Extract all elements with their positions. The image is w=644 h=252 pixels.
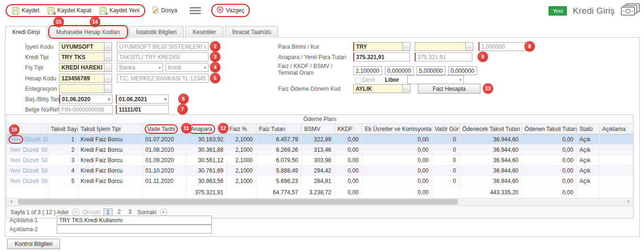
- cell-faiz_tutari: 6.079,50: [256, 155, 301, 165]
- annotation-badge: 14: [90, 17, 100, 27]
- fis-tipi-lookup-button[interactable]: ...: [104, 63, 112, 72]
- cell-faiz_tutari: 6.269,26: [256, 145, 301, 155]
- column-header-statu[interactable]: Statü: [576, 124, 599, 134]
- fis-tipi-label: Fiş Tipi: [25, 64, 43, 71]
- entegrasyon-kodu-input[interactable]: [59, 84, 104, 93]
- tab-istatistik-bilgileri[interactable]: İstatistik Bilgileri: [129, 26, 183, 38]
- row-action-duzelt[interactable]: Düzelt: [23, 167, 39, 174]
- column-header-vade-tarihi[interactable]: Vade Tarihi: [142, 124, 186, 134]
- row-actions-cell: YeniDüzeltSil: [7, 176, 48, 186]
- row-action-duzelt[interactable]: Düzelt: [23, 147, 39, 153]
- entegrasyon-kodu-lookup-button[interactable]: ...: [104, 84, 112, 93]
- cancel-button[interactable]: Vazgeç: [211, 4, 250, 17]
- faiz-hesapla-button[interactable]: Faiz Hesapla: [418, 84, 480, 94]
- kredi-tipi-lookup-button[interactable]: ...: [104, 52, 112, 61]
- table-row[interactable]: YeniDüzeltSil1Kredi Faiz Borcu01.07.2020…: [7, 134, 633, 145]
- baslangic-tarihi-input[interactable]: 01.06.2020▾: [59, 95, 113, 104]
- hesap-kodu-input[interactable]: [59, 74, 104, 83]
- table-row[interactable]: YeniDüzeltSil5Kredi Faiz Borcu01.11.2020…: [7, 176, 633, 186]
- save-new-button[interactable]: + Kaydet Yeni: [99, 7, 139, 15]
- column-header-odenecek-taksit[interactable]: Ödenecek Taksit Tutarı: [459, 124, 522, 134]
- faiz-odeme-donem-input[interactable]: [353, 84, 403, 93]
- next-page-icon[interactable]: ►: [160, 209, 167, 216]
- scroll-right-icon[interactable]: ›: [625, 199, 632, 205]
- kontrol-bilgileri-button[interactable]: Kontrol Bilgileri: [7, 239, 60, 249]
- tab-kesintiler[interactable]: Kesintiler: [185, 26, 223, 38]
- row-action-duzelt[interactable]: Düzelt: [25, 136, 41, 143]
- kur-kodu-lookup-button[interactable]: ...: [465, 42, 473, 51]
- fis-tipi-select-2[interactable]: Kredi▾: [165, 63, 209, 72]
- cell-statu: Açık: [576, 145, 599, 155]
- teminat-orani-input[interactable]: [448, 66, 477, 75]
- row-action-yeni[interactable]: Yeni: [9, 157, 20, 164]
- anapara-input[interactable]: [353, 52, 410, 61]
- file-button[interactable]: Dosya: [152, 6, 177, 15]
- devir-checkbox[interactable]: [355, 78, 361, 84]
- table-row[interactable]: YeniDüzeltSil2Kredi Faiz Borcu01.08.2020…: [7, 145, 633, 155]
- row-action-yeni[interactable]: Yeni: [9, 136, 22, 143]
- libor-select[interactable]: ▾: [407, 75, 464, 84]
- kredi-tipi-input[interactable]: [59, 52, 104, 61]
- row-action-yeni[interactable]: Yeni: [9, 147, 20, 153]
- aciklama2-input[interactable]: [57, 225, 212, 234]
- page-number-3[interactable]: 3: [126, 209, 134, 216]
- column-header-faiz-yuzde[interactable]: Faiz %: [226, 124, 256, 134]
- horizontal-scrollbar[interactable]: ‹ ›: [7, 198, 633, 206]
- column-header-taksit-islem-tipi[interactable]: Taksit İşlem Tipi: [78, 124, 142, 134]
- fis-tipi-input[interactable]: [59, 63, 104, 72]
- faiz-odeme-lookup-button[interactable]: ...: [402, 84, 410, 93]
- row-action-sil[interactable]: Sil: [43, 136, 48, 143]
- column-header-odenen-taksit[interactable]: Ödenen Taksit Tutarı: [522, 124, 576, 134]
- column-header-faiz-tutari[interactable]: Faiz Tutarı: [256, 124, 301, 134]
- scroll-left-icon[interactable]: ‹: [8, 199, 15, 205]
- isyeri-kodu-lookup-button[interactable]: ...: [104, 42, 112, 51]
- bsmv-orani-input[interactable]: [417, 66, 445, 75]
- para-birimi-input[interactable]: [353, 42, 403, 51]
- para-birimi-lookup-button[interactable]: ...: [402, 42, 410, 51]
- column-header-kkdf[interactable]: KKDF: [334, 124, 362, 134]
- column-header-valor-gun[interactable]: Valör Gün: [432, 124, 459, 134]
- tab-muhasebe-hesap-kodlari[interactable]: Muhasebe Hesap Kodları: [49, 26, 127, 38]
- table-row[interactable]: YeniDüzeltSil4Kredi Faiz Borcu01.10.2020…: [7, 165, 633, 176]
- row-action-sil[interactable]: Sil: [41, 178, 47, 184]
- row-action-duzelt[interactable]: Düzelt: [23, 178, 39, 184]
- column-header-aciklama[interactable]: Açıklama: [599, 124, 633, 134]
- prev-page-button[interactable]: Önceki: [83, 209, 100, 216]
- kkdf-orani-input[interactable]: [385, 66, 414, 75]
- scrollbar-thumb[interactable]: [18, 199, 458, 205]
- menu-button[interactable]: [190, 6, 201, 16]
- hesap-kodu-lookup-button[interactable]: ...: [104, 74, 112, 83]
- page-number-1[interactable]: 1: [104, 209, 113, 216]
- yerel-para-tutari-input[interactable]: [415, 52, 472, 61]
- kur-input[interactable]: [479, 42, 526, 51]
- row-action-yeni[interactable]: Yeni: [9, 167, 20, 174]
- page-number-2[interactable]: 2: [115, 209, 123, 216]
- aciklama1-input[interactable]: [57, 216, 212, 225]
- tab-ihracat-taahutu[interactable]: İhracat Taahütü: [225, 26, 278, 38]
- ref-no-input[interactable]: [116, 105, 169, 114]
- cell-valor: 0: [432, 155, 459, 165]
- bitis-tarihi-input[interactable]: 01.06.2021▾: [116, 95, 169, 104]
- column-header-ek-ucretler[interactable]: Ek Ücretler ve Komisyonlar: [362, 124, 432, 134]
- tab-kredi-girisi[interactable]: Kredi Girişi: [5, 26, 47, 38]
- cell-faiz: 2,1000: [226, 165, 256, 176]
- kur-kodu-input[interactable]: [415, 42, 466, 51]
- page-title: Kredi Giriş: [573, 6, 615, 16]
- faiz-orani-input[interactable]: [353, 66, 382, 75]
- prev-page-icon[interactable]: ◄: [72, 209, 79, 216]
- row-action-sil[interactable]: Sil: [41, 157, 47, 164]
- belge-no-input[interactable]: [59, 105, 113, 114]
- isyeri-kodu-input[interactable]: [59, 42, 104, 51]
- column-header-bsmv[interactable]: BSMV: [301, 124, 334, 134]
- row-action-sil[interactable]: Sil: [41, 147, 47, 153]
- save-button[interactable]: Kaydet: [11, 7, 39, 15]
- cell-aciklama: [599, 134, 633, 145]
- row-action-yeni[interactable]: Yeni: [9, 178, 20, 184]
- row-action-sil[interactable]: Sil: [41, 167, 47, 174]
- save-close-button[interactable]: × Kaydet Kapat: [47, 7, 91, 15]
- row-action-duzelt[interactable]: Düzelt: [23, 157, 39, 164]
- table-row[interactable]: YeniDüzeltSil3Kredi Faiz Borcu01.09.2020…: [7, 155, 633, 165]
- next-page-button[interactable]: Sonraki: [137, 209, 157, 216]
- column-header-taksit-sayisi[interactable]: Taksit Sayısı: [48, 124, 78, 134]
- fis-tipi-select-1[interactable]: Banka▾: [117, 63, 163, 72]
